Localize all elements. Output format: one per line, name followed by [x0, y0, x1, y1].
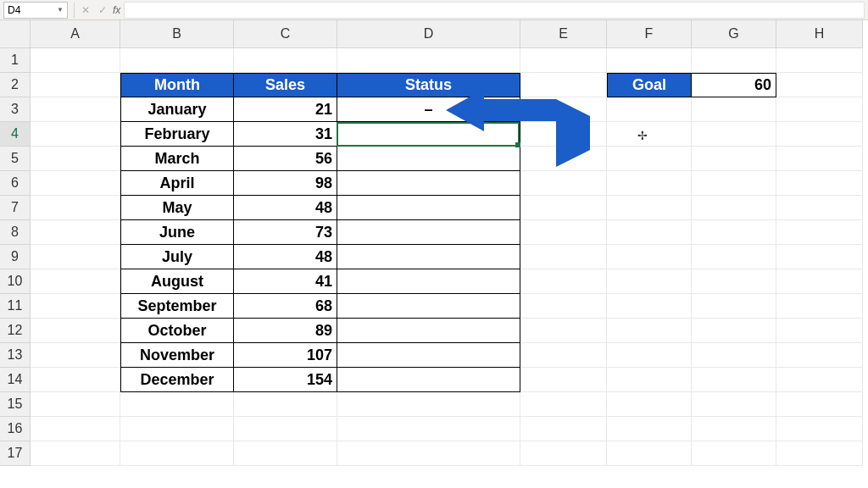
cell[interactable]	[337, 441, 520, 466]
cell[interactable]	[692, 97, 776, 122]
cell-month[interactable]: September	[120, 294, 234, 319]
cell[interactable]	[31, 417, 120, 441]
row-header[interactable]: 8	[0, 220, 31, 245]
cell-month[interactable]: April	[120, 171, 234, 196]
cell[interactable]	[692, 392, 776, 417]
cell-sales[interactable]: 48	[234, 245, 337, 269]
cell-month[interactable]: May	[120, 196, 234, 220]
cell[interactable]	[520, 147, 607, 171]
row-header[interactable]: 16	[0, 417, 31, 441]
cell[interactable]	[776, 368, 863, 392]
cell[interactable]	[607, 245, 692, 269]
cell-sales[interactable]: 98	[234, 171, 337, 196]
cell[interactable]	[31, 343, 120, 368]
fx-label[interactable]: fx	[113, 4, 120, 16]
cell[interactable]	[607, 122, 692, 147]
cell[interactable]	[692, 171, 776, 196]
col-header[interactable]: H	[776, 20, 863, 48]
cell-sales[interactable]: 154	[234, 368, 337, 392]
select-all-corner[interactable]	[0, 20, 31, 48]
cell[interactable]	[607, 417, 692, 441]
cell-sales[interactable]: 73	[234, 220, 337, 245]
cell[interactable]	[520, 368, 607, 392]
cell[interactable]	[692, 147, 776, 171]
col-header[interactable]: G	[692, 20, 776, 48]
header-status[interactable]: Status	[337, 73, 520, 97]
cell-status[interactable]	[337, 171, 520, 196]
row-header[interactable]: 11	[0, 294, 31, 319]
cell-sales[interactable]: 68	[234, 294, 337, 319]
cell-month[interactable]: December	[120, 368, 234, 392]
cell-month[interactable]: June	[120, 220, 234, 245]
cell[interactable]	[234, 417, 337, 441]
cell-status[interactable]	[337, 122, 520, 147]
cell[interactable]	[607, 97, 692, 122]
row-header[interactable]: 14	[0, 368, 31, 392]
cell[interactable]	[692, 220, 776, 245]
cell-status[interactable]	[337, 319, 520, 343]
cell[interactable]	[607, 269, 692, 294]
cell[interactable]	[31, 171, 120, 196]
cell-month[interactable]: August	[120, 269, 234, 294]
cell-month[interactable]: November	[120, 343, 234, 368]
cell[interactable]	[607, 48, 692, 73]
cell[interactable]	[692, 441, 776, 466]
cell[interactable]	[776, 392, 863, 417]
row-header[interactable]: 6	[0, 171, 31, 196]
goal-label[interactable]: Goal	[607, 73, 692, 97]
cell[interactable]	[776, 171, 863, 196]
cell[interactable]	[31, 122, 120, 147]
name-box[interactable]: D4 ▼	[3, 2, 68, 19]
cell[interactable]	[31, 48, 120, 73]
cell[interactable]	[692, 343, 776, 368]
row-header[interactable]: 15	[0, 392, 31, 417]
cell[interactable]	[692, 294, 776, 319]
header-month[interactable]: Month	[120, 73, 234, 97]
cell[interactable]	[31, 73, 120, 97]
cell[interactable]	[520, 343, 607, 368]
cell[interactable]	[776, 147, 863, 171]
row-header[interactable]: 10	[0, 269, 31, 294]
cell[interactable]	[776, 245, 863, 269]
cell-sales[interactable]: 48	[234, 196, 337, 220]
cell[interactable]	[692, 48, 776, 73]
cell[interactable]	[520, 245, 607, 269]
cell[interactable]	[692, 196, 776, 220]
cell[interactable]	[776, 97, 863, 122]
cell[interactable]	[234, 392, 337, 417]
row-header[interactable]: 3	[0, 97, 31, 122]
col-header[interactable]: F	[607, 20, 692, 48]
cell[interactable]	[520, 97, 607, 122]
cell[interactable]	[337, 48, 520, 73]
cell[interactable]	[120, 417, 234, 441]
cell-month[interactable]: March	[120, 147, 234, 171]
cell-sales[interactable]: 31	[234, 122, 337, 147]
cell[interactable]	[31, 269, 120, 294]
cell-status[interactable]: –	[337, 97, 520, 122]
col-header[interactable]: B	[120, 20, 234, 48]
cell[interactable]	[692, 122, 776, 147]
row-header[interactable]: 9	[0, 245, 31, 269]
cell-status[interactable]	[337, 196, 520, 220]
cell-status[interactable]	[337, 343, 520, 368]
cell[interactable]	[31, 441, 120, 466]
cell-status[interactable]	[337, 147, 520, 171]
cell[interactable]	[607, 196, 692, 220]
cell[interactable]	[520, 294, 607, 319]
cell-status[interactable]	[337, 368, 520, 392]
cell[interactable]	[337, 417, 520, 441]
row-header[interactable]: 7	[0, 196, 31, 220]
cell[interactable]	[776, 294, 863, 319]
cell[interactable]	[776, 48, 863, 73]
cell[interactable]	[692, 417, 776, 441]
cell-sales[interactable]: 56	[234, 147, 337, 171]
cell[interactable]	[234, 441, 337, 466]
cell[interactable]	[520, 319, 607, 343]
cell[interactable]	[692, 368, 776, 392]
cell[interactable]	[607, 220, 692, 245]
col-header[interactable]: E	[520, 20, 607, 48]
cell[interactable]	[520, 48, 607, 73]
row-header[interactable]: 1	[0, 48, 31, 73]
col-header[interactable]: D	[337, 20, 520, 48]
cell[interactable]	[776, 343, 863, 368]
